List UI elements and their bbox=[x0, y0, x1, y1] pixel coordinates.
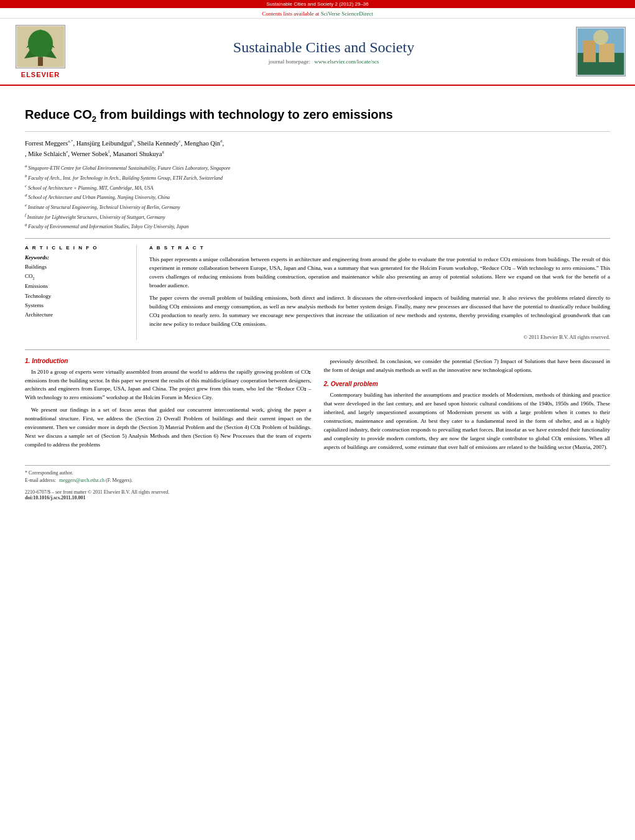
footnotes: * Corresponding author. E-mail address: … bbox=[25, 465, 610, 484]
contents-text: Contents lists available at bbox=[262, 11, 319, 17]
abstract-p1: This paper represents a unique collabora… bbox=[149, 256, 610, 290]
divider-1 bbox=[25, 238, 610, 239]
journal-header: Contents lists available at SciVerse Sci… bbox=[0, 8, 635, 86]
keyword-item: Technology bbox=[25, 292, 127, 301]
section1-right-body: previously described. In conclusion, we … bbox=[324, 358, 611, 375]
section1-p2: We present our findings in a set of focu… bbox=[25, 406, 312, 450]
section1-number: 1. bbox=[25, 358, 30, 364]
affiliation-item: d School of Architecture and Urban Plann… bbox=[25, 192, 610, 201]
section2-p1: Contemporary building has inherited the … bbox=[324, 391, 611, 452]
author7-sup: g bbox=[162, 149, 165, 154]
email-person: (F. Meggers). bbox=[106, 478, 132, 483]
article-content: Reduce CO2 from buildings with technolog… bbox=[0, 86, 635, 510]
email-line: E-mail address: meggers@arch.ethz.ch (F.… bbox=[25, 477, 610, 484]
section2-number: 2. bbox=[324, 381, 329, 387]
article-info-title: A R T I C L E I N F O bbox=[25, 245, 127, 251]
author1: Forrest Meggers bbox=[25, 139, 68, 146]
svg-rect-1 bbox=[38, 57, 43, 66]
author4-sup: d bbox=[220, 139, 223, 144]
article-body: A R T I C L E I N F O Keywords: Building… bbox=[25, 245, 610, 340]
svg-rect-6 bbox=[583, 40, 596, 62]
footer-info: 2210-6707/$ – see front matter © 2011 El… bbox=[25, 489, 610, 501]
affiliation-item: e Institute of Structural Engineering, T… bbox=[25, 202, 610, 211]
author7: , Masanori Shukuya bbox=[109, 150, 162, 157]
keyword-item: Architecture bbox=[25, 310, 127, 320]
section1-p1: In 2010 a group of experts were virtuall… bbox=[25, 368, 312, 403]
keyword-item: Emissions bbox=[25, 282, 127, 291]
col-right: previously described. In conclusion, we … bbox=[324, 358, 611, 456]
section2-body: Contemporary building has inherited the … bbox=[324, 391, 611, 452]
svg-point-8 bbox=[593, 30, 608, 45]
doi-line: doi:10.1016/j.scs.2011.10.001 bbox=[25, 495, 610, 501]
affiliation-item: g Faculty of Environmental and Informati… bbox=[25, 221, 610, 231]
section1-body: In 2010 a group of experts were virtuall… bbox=[25, 368, 312, 450]
article-info-panel: A R T I C L E I N F O Keywords: Building… bbox=[25, 245, 137, 340]
page: Sustainable Cities and Society 2 (2012) … bbox=[0, 0, 635, 840]
abstract-p2: The paper covers the overall problem of … bbox=[149, 294, 610, 329]
keyword-item: CO2 bbox=[25, 272, 127, 282]
keywords-list: BuildingsCO2EmissionsTechnologySystemsAr… bbox=[25, 262, 127, 320]
thumb-svg bbox=[577, 28, 624, 75]
abstract-title: A B S T R A C T bbox=[149, 245, 610, 251]
abstract-area: A B S T R A C T This paper represents a … bbox=[149, 245, 610, 340]
elsevier-brand: ELSEVIER bbox=[21, 71, 60, 78]
author4: , Menghao Qin bbox=[181, 139, 220, 146]
elsevier-logo: ELSEVIER bbox=[9, 25, 72, 78]
author5: , Mike Schlaich bbox=[25, 150, 66, 157]
keyword-item: Systems bbox=[25, 301, 127, 310]
citation-text: Sustainable Cities and Society 2 (2012) … bbox=[266, 1, 369, 7]
author6: , Werner Sobek bbox=[68, 150, 108, 157]
main-text: 1. Introduction In 2010 a group of exper… bbox=[25, 349, 610, 456]
doi-text: doi:10.1016/j.scs.2011.10.001 bbox=[25, 495, 86, 501]
title-rest: from buildings with technology to zero e… bbox=[96, 108, 393, 121]
svg-point-3 bbox=[28, 30, 53, 57]
section1-right-p1: previously described. In conclusion, we … bbox=[324, 358, 611, 375]
header-main: ELSEVIER Sustainable Cities and Society … bbox=[0, 19, 635, 85]
contents-bar: Contents lists available at SciVerse Sci… bbox=[0, 8, 635, 19]
email-label: E-mail address: bbox=[25, 478, 56, 483]
section1-heading: 1. Introduction bbox=[25, 358, 312, 364]
issn-line: 2210-6707/$ – see front matter © 2011 El… bbox=[25, 489, 610, 495]
journal-citation-bar: Sustainable Cities and Society 2 (2012) … bbox=[0, 0, 635, 8]
sciverse-link[interactable]: SciVerse ScienceDirect bbox=[321, 11, 373, 17]
journal-thumbnail bbox=[576, 27, 626, 76]
journal-title-area: Sustainable Cities and Society journal h… bbox=[84, 39, 563, 65]
section2-heading: 2. Overall problem bbox=[324, 381, 611, 387]
affiliation-item: c School of Architecture + Planning, MIT… bbox=[25, 183, 610, 192]
tree-svg bbox=[17, 26, 64, 67]
keywords-label: Keywords: bbox=[25, 254, 127, 261]
affiliations: a Singapore-ETH Centre for Global Enviro… bbox=[25, 163, 610, 231]
homepage-label: journal homepage: bbox=[269, 58, 310, 65]
affiliation-item: b Faculty of Arch., Inst. for Technology… bbox=[25, 173, 610, 182]
section1-title: Introduction bbox=[32, 358, 68, 364]
elsevier-tree-image bbox=[16, 25, 65, 68]
title-text: Reduce CO bbox=[25, 108, 92, 121]
abstract-text: This paper represents a unique collabora… bbox=[149, 256, 610, 329]
email-address[interactable]: meggers@arch.ethz.ch bbox=[59, 478, 104, 483]
affiliation-item: f Institute for Lightweight Structures, … bbox=[25, 212, 610, 221]
author3: , Sheila Kennedy bbox=[134, 139, 179, 146]
homepage-url[interactable]: www.elsevier.com/locate/scs bbox=[314, 58, 379, 65]
affiliation-item: a Singapore-ETH Centre for Global Enviro… bbox=[25, 163, 610, 172]
svg-rect-7 bbox=[599, 44, 614, 62]
author2: , Hansjürg Leibundgut bbox=[73, 139, 132, 146]
authors-line: Forrest Meggersa,*, Hansjürg Leibundgutb… bbox=[25, 138, 610, 160]
journal-name: Sustainable Cities and Society bbox=[84, 39, 563, 57]
article-title: Reduce CO2 from buildings with technolog… bbox=[25, 106, 610, 132]
copyright-text: © 2011 Elsevier B.V. All rights reserved… bbox=[149, 334, 610, 340]
keyword-item: Buildings bbox=[25, 262, 127, 272]
col-left: 1. Introduction In 2010 a group of exper… bbox=[25, 358, 312, 456]
corresponding-note: * Corresponding author. bbox=[25, 469, 610, 477]
title-sub: 2 bbox=[92, 114, 96, 124]
section2-title: Overall problem bbox=[331, 381, 378, 387]
journal-homepage: journal homepage: www.elsevier.com/locat… bbox=[84, 58, 563, 65]
